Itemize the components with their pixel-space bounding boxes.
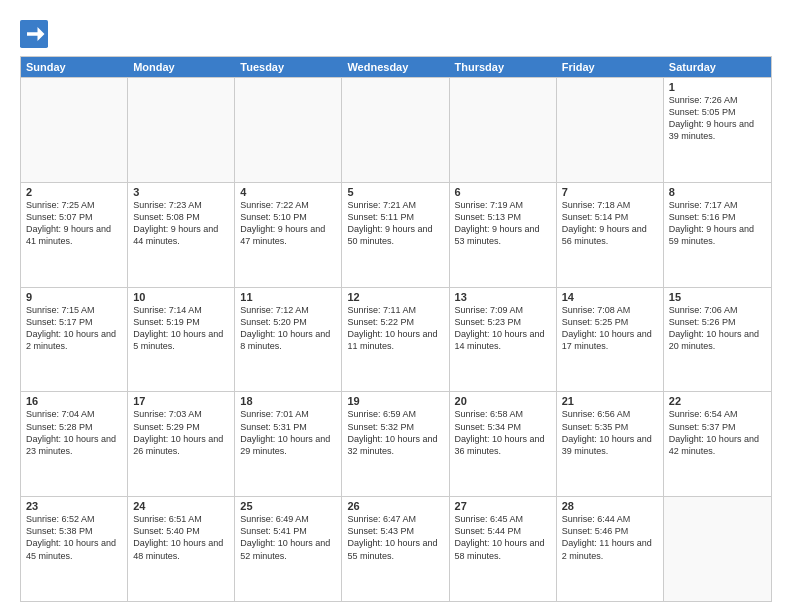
calendar-cell [128,78,235,182]
day-number: 10 [133,291,229,303]
calendar-cell: 13Sunrise: 7:09 AM Sunset: 5:23 PM Dayli… [450,288,557,392]
day-number: 21 [562,395,658,407]
calendar-cell: 22Sunrise: 6:54 AM Sunset: 5:37 PM Dayli… [664,392,771,496]
day-info: Sunrise: 6:45 AM Sunset: 5:44 PM Dayligh… [455,513,551,562]
day-number: 7 [562,186,658,198]
day-number: 8 [669,186,766,198]
calendar-row-4: 23Sunrise: 6:52 AM Sunset: 5:38 PM Dayli… [21,496,771,601]
day-info: Sunrise: 6:58 AM Sunset: 5:34 PM Dayligh… [455,408,551,457]
calendar-cell: 14Sunrise: 7:08 AM Sunset: 5:25 PM Dayli… [557,288,664,392]
day-info: Sunrise: 7:19 AM Sunset: 5:13 PM Dayligh… [455,199,551,248]
header [20,16,772,48]
day-info: Sunrise: 6:51 AM Sunset: 5:40 PM Dayligh… [133,513,229,562]
day-info: Sunrise: 7:22 AM Sunset: 5:10 PM Dayligh… [240,199,336,248]
day-info: Sunrise: 7:21 AM Sunset: 5:11 PM Dayligh… [347,199,443,248]
day-number: 25 [240,500,336,512]
header-day-thursday: Thursday [450,57,557,77]
day-info: Sunrise: 6:52 AM Sunset: 5:38 PM Dayligh… [26,513,122,562]
day-number: 4 [240,186,336,198]
day-info: Sunrise: 6:49 AM Sunset: 5:41 PM Dayligh… [240,513,336,562]
day-info: Sunrise: 6:54 AM Sunset: 5:37 PM Dayligh… [669,408,766,457]
day-number: 24 [133,500,229,512]
day-info: Sunrise: 7:08 AM Sunset: 5:25 PM Dayligh… [562,304,658,353]
calendar-cell: 1Sunrise: 7:26 AM Sunset: 5:05 PM Daylig… [664,78,771,182]
day-info: Sunrise: 7:11 AM Sunset: 5:22 PM Dayligh… [347,304,443,353]
calendar-cell [557,78,664,182]
day-info: Sunrise: 7:12 AM Sunset: 5:20 PM Dayligh… [240,304,336,353]
calendar-cell: 2Sunrise: 7:25 AM Sunset: 5:07 PM Daylig… [21,183,128,287]
day-number: 2 [26,186,122,198]
day-number: 20 [455,395,551,407]
logo-icon [20,20,48,48]
calendar-cell [21,78,128,182]
calendar-cell [450,78,557,182]
day-info: Sunrise: 7:04 AM Sunset: 5:28 PM Dayligh… [26,408,122,457]
day-info: Sunrise: 7:01 AM Sunset: 5:31 PM Dayligh… [240,408,336,457]
calendar-cell: 15Sunrise: 7:06 AM Sunset: 5:26 PM Dayli… [664,288,771,392]
day-number: 5 [347,186,443,198]
day-number: 22 [669,395,766,407]
calendar-header: SundayMondayTuesdayWednesdayThursdayFrid… [21,57,771,77]
day-info: Sunrise: 7:14 AM Sunset: 5:19 PM Dayligh… [133,304,229,353]
day-number: 28 [562,500,658,512]
day-info: Sunrise: 6:47 AM Sunset: 5:43 PM Dayligh… [347,513,443,562]
day-info: Sunrise: 7:03 AM Sunset: 5:29 PM Dayligh… [133,408,229,457]
calendar-cell: 12Sunrise: 7:11 AM Sunset: 5:22 PM Dayli… [342,288,449,392]
calendar-cell: 9Sunrise: 7:15 AM Sunset: 5:17 PM Daylig… [21,288,128,392]
day-number: 23 [26,500,122,512]
calendar-cell: 10Sunrise: 7:14 AM Sunset: 5:19 PM Dayli… [128,288,235,392]
day-number: 1 [669,81,766,93]
calendar-cell: 19Sunrise: 6:59 AM Sunset: 5:32 PM Dayli… [342,392,449,496]
page: SundayMondayTuesdayWednesdayThursdayFrid… [0,0,792,612]
day-number: 19 [347,395,443,407]
day-number: 11 [240,291,336,303]
day-number: 12 [347,291,443,303]
calendar-row-2: 9Sunrise: 7:15 AM Sunset: 5:17 PM Daylig… [21,287,771,392]
calendar-cell: 3Sunrise: 7:23 AM Sunset: 5:08 PM Daylig… [128,183,235,287]
calendar-cell: 25Sunrise: 6:49 AM Sunset: 5:41 PM Dayli… [235,497,342,601]
day-number: 16 [26,395,122,407]
day-info: Sunrise: 7:26 AM Sunset: 5:05 PM Dayligh… [669,94,766,143]
header-day-wednesday: Wednesday [342,57,449,77]
day-info: Sunrise: 6:44 AM Sunset: 5:46 PM Dayligh… [562,513,658,562]
calendar-cell: 8Sunrise: 7:17 AM Sunset: 5:16 PM Daylig… [664,183,771,287]
day-info: Sunrise: 7:06 AM Sunset: 5:26 PM Dayligh… [669,304,766,353]
header-day-monday: Monday [128,57,235,77]
calendar-cell [664,497,771,601]
calendar-cell [342,78,449,182]
day-number: 26 [347,500,443,512]
calendar-cell [235,78,342,182]
calendar-cell: 11Sunrise: 7:12 AM Sunset: 5:20 PM Dayli… [235,288,342,392]
calendar-cell: 7Sunrise: 7:18 AM Sunset: 5:14 PM Daylig… [557,183,664,287]
calendar-body: 1Sunrise: 7:26 AM Sunset: 5:05 PM Daylig… [21,77,771,601]
header-day-saturday: Saturday [664,57,771,77]
calendar-cell: 17Sunrise: 7:03 AM Sunset: 5:29 PM Dayli… [128,392,235,496]
day-info: Sunrise: 7:17 AM Sunset: 5:16 PM Dayligh… [669,199,766,248]
header-day-tuesday: Tuesday [235,57,342,77]
day-number: 14 [562,291,658,303]
calendar-cell: 27Sunrise: 6:45 AM Sunset: 5:44 PM Dayli… [450,497,557,601]
calendar-cell: 18Sunrise: 7:01 AM Sunset: 5:31 PM Dayli… [235,392,342,496]
calendar-row-3: 16Sunrise: 7:04 AM Sunset: 5:28 PM Dayli… [21,391,771,496]
calendar-cell: 6Sunrise: 7:19 AM Sunset: 5:13 PM Daylig… [450,183,557,287]
day-number: 3 [133,186,229,198]
day-number: 18 [240,395,336,407]
calendar-cell: 24Sunrise: 6:51 AM Sunset: 5:40 PM Dayli… [128,497,235,601]
calendar-row-1: 2Sunrise: 7:25 AM Sunset: 5:07 PM Daylig… [21,182,771,287]
calendar-cell: 4Sunrise: 7:22 AM Sunset: 5:10 PM Daylig… [235,183,342,287]
header-day-friday: Friday [557,57,664,77]
day-number: 9 [26,291,122,303]
logo [20,20,52,48]
header-day-sunday: Sunday [21,57,128,77]
calendar-row-0: 1Sunrise: 7:26 AM Sunset: 5:05 PM Daylig… [21,77,771,182]
day-number: 15 [669,291,766,303]
calendar-cell: 26Sunrise: 6:47 AM Sunset: 5:43 PM Dayli… [342,497,449,601]
calendar-cell: 20Sunrise: 6:58 AM Sunset: 5:34 PM Dayli… [450,392,557,496]
day-info: Sunrise: 7:18 AM Sunset: 5:14 PM Dayligh… [562,199,658,248]
calendar: SundayMondayTuesdayWednesdayThursdayFrid… [20,56,772,602]
calendar-cell: 16Sunrise: 7:04 AM Sunset: 5:28 PM Dayli… [21,392,128,496]
day-info: Sunrise: 7:25 AM Sunset: 5:07 PM Dayligh… [26,199,122,248]
day-info: Sunrise: 6:56 AM Sunset: 5:35 PM Dayligh… [562,408,658,457]
calendar-cell: 5Sunrise: 7:21 AM Sunset: 5:11 PM Daylig… [342,183,449,287]
calendar-cell: 23Sunrise: 6:52 AM Sunset: 5:38 PM Dayli… [21,497,128,601]
